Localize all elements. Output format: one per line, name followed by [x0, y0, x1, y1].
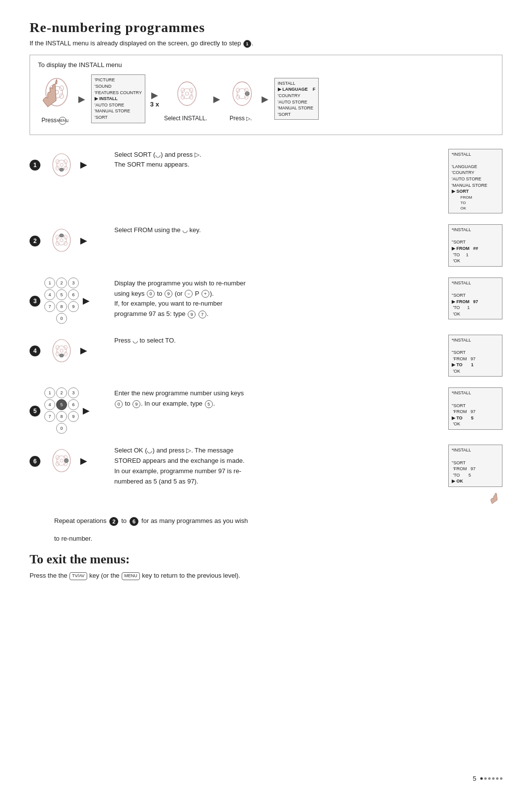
- menu-key: MENU: [122, 572, 140, 580]
- dot-5: [496, 777, 499, 780]
- svg-point-4: [60, 86, 64, 91]
- page-footer: 5: [473, 775, 502, 782]
- num-9-circle: 9: [165, 290, 172, 298]
- step-2-number: 2: [30, 236, 40, 246]
- page-number: 5: [473, 775, 476, 782]
- s5-num-7: 7: [44, 411, 55, 422]
- step-6-row: 6 ▶ Select OK (◡) and press ▷. The messa…: [30, 445, 502, 505]
- step-6-content: Select OK (◡) and press ▷. The message S…: [114, 445, 442, 486]
- install-step-menu1: 'PICTURE 'SOUND 'FEATURES COUNTRY ▶ INST…: [91, 74, 145, 123]
- s5-5-circle: 5: [205, 400, 213, 408]
- repeat-text: Repeat operations: [54, 517, 106, 524]
- menu-screen-2: INSTALL ▶ LANGUAGE F 'COUNTRY 'AUTO STOR…: [274, 78, 319, 120]
- num-9: 9: [68, 301, 79, 312]
- svg-point-7: [178, 82, 197, 105]
- step-4-left: 4 ▶: [30, 335, 108, 367]
- ok-hand-svg: [488, 489, 502, 504]
- install-step-remote2: Select INSTALL.: [164, 76, 207, 122]
- remote-step4-icon: [44, 335, 76, 367]
- svg-point-27: [64, 166, 67, 170]
- dot-1: [480, 777, 483, 780]
- svg-point-41: [64, 346, 67, 349]
- step-1-content: Select SORT (◡) and press ▷. The SORT me…: [114, 149, 442, 171]
- num-4: 4: [44, 289, 55, 300]
- num-7-example: 7: [199, 311, 206, 318]
- num-0-circle: 0: [147, 290, 155, 298]
- svg-point-43: [64, 352, 67, 356]
- remote-step1-icon: [44, 149, 76, 181]
- s5-num-9: 9: [68, 411, 79, 422]
- step-3-number: 3: [30, 296, 40, 307]
- step-3-screen: *INSTALL ''SORT ▶ FROM 97 'TO 1 'OK: [448, 277, 502, 320]
- s5-num-3: 3: [68, 387, 79, 398]
- step-3-content: Display the programme you wish to re-num…: [114, 277, 442, 319]
- x3-container: ▶ 3 x: [149, 90, 160, 108]
- svg-point-37: [53, 340, 70, 362]
- step-2-screen: *INSTALL ''SORT ▶ FROM ## 'TO 1 'OK: [448, 224, 502, 267]
- s5-num-4: 4: [44, 399, 55, 410]
- svg-point-35: [56, 242, 60, 245]
- svg-point-40: [56, 346, 60, 349]
- ok-btn-icon: ▷: [246, 115, 250, 121]
- menu-screen-1: 'PICTURE 'SOUND 'FEATURES COUNTRY ▶ INST…: [91, 74, 145, 123]
- step-1-left: 1 ▶: [30, 149, 108, 181]
- repeat-row: Repeat operations 2 to 6 for as many pro…: [30, 516, 502, 526]
- svg-point-31: [60, 239, 64, 243]
- step-5-content: Enter the new programme number using key…: [114, 387, 442, 409]
- s5-9-circle: 9: [133, 400, 140, 408]
- svg-point-8: [182, 88, 192, 99]
- install-step-press: Press MENU.: [38, 73, 72, 125]
- numpad-step3: 1 2 3 4 5 6 7 8 9 0: [44, 277, 79, 324]
- s5-0-circle: 0: [115, 400, 123, 408]
- step-3-left: 3 1 2 3 4 5 6 7 8 9 0 ▶: [30, 277, 108, 324]
- install-step-remote3: Press ▷.: [226, 76, 256, 122]
- svg-point-32: [60, 234, 64, 238]
- svg-point-19: [236, 95, 239, 99]
- step-4-content: Press ◡ to select TO.: [114, 335, 442, 346]
- step-2-content: Select FROM using the ◡ key.: [114, 224, 442, 236]
- step-5-row: 5 1 2 3 4 5 6 7 8 9 0 ▶ Enter the new pr…: [30, 387, 502, 434]
- install-steps-row: Press MENU. ▶ 'PICTURE 'SOUND 'FEATURES …: [38, 73, 494, 125]
- step-4-row: 4 ▶ Press ◡ to select TO. *INSTALL ''SOR: [30, 335, 502, 377]
- press-menu-label: Press MENU.: [41, 117, 68, 125]
- num-9-example: 9: [188, 311, 196, 318]
- step-1-screen: *INSTALL 'LANGUAGE 'COUNTRY 'AUTO STORE …: [448, 149, 502, 214]
- repeat-from-circle: 2: [109, 517, 118, 526]
- ok-right-icon: ▷: [186, 447, 191, 454]
- svg-point-33: [56, 235, 60, 239]
- step-5-left: 5 1 2 3 4 5 6 7 8 9 0 ▶: [30, 387, 108, 434]
- arrow-icon-4: ▶: [262, 94, 268, 104]
- s5-num-1: 1: [44, 387, 55, 398]
- arrow-step5: ▶: [83, 405, 90, 416]
- down-key-icon: ◡: [182, 226, 188, 234]
- x3-label: 3 x: [150, 101, 159, 108]
- arrow-step3: ▶: [83, 295, 90, 306]
- svg-point-10: [181, 88, 184, 92]
- step-6-left: 6 ▶: [30, 445, 108, 477]
- install-step-menu2: INSTALL ▶ LANGUAGE F 'COUNTRY 'AUTO STOR…: [274, 78, 319, 120]
- svg-point-12: [181, 95, 184, 99]
- step-2-left: 2 ▶: [30, 224, 108, 256]
- dot-3: [488, 777, 491, 780]
- num-6: 6: [68, 289, 79, 300]
- num-1: 1: [44, 277, 55, 288]
- svg-point-48: [56, 455, 60, 459]
- dot-4: [492, 777, 495, 780]
- install-box-title: To display the INSTALL menu: [38, 61, 494, 69]
- minus-circle: −: [185, 290, 193, 298]
- s5-num-8: 8: [56, 411, 67, 422]
- svg-point-52: [65, 459, 68, 463]
- menu-btn-icon: MENU: [59, 117, 66, 125]
- remote-step6-icon: [44, 445, 76, 477]
- remote-step2-icon: [44, 224, 76, 256]
- arrow-step4: ▶: [80, 345, 87, 356]
- exit-section: To exit the menus: Press the the TV/AV k…: [30, 552, 502, 581]
- s5-num-6: 6: [68, 399, 79, 410]
- arrow-step6: ▶: [80, 455, 87, 466]
- arrow-icon-1: ▶: [78, 94, 85, 104]
- press-ok-label: Press ▷.: [230, 115, 252, 122]
- down-icon-step4: ◡: [133, 337, 138, 344]
- arrow-icon-3: ▶: [213, 94, 220, 104]
- step-1-row: 1 ▶ Select SORT (◡) and press ▷. The SOR…: [30, 149, 502, 214]
- dots-decoration: [480, 777, 502, 780]
